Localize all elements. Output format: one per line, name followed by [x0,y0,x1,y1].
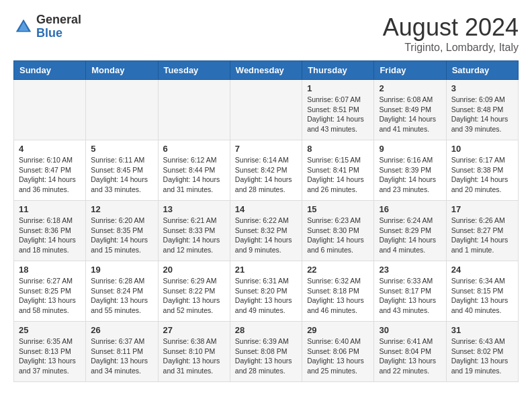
day-number: 13 [163,204,225,214]
month-title: August 2024 [383,13,519,42]
calendar-cell: 26Sunrise: 6:37 AMSunset: 8:11 PMDayligh… [86,322,158,382]
calendar-cell: 22Sunrise: 6:32 AMSunset: 8:18 PMDayligh… [302,261,374,322]
page-header: General Blue August 2024 Triginto, Lomba… [13,13,519,54]
col-friday: Friday [374,61,446,80]
calendar-cell: 28Sunrise: 6:39 AMSunset: 8:08 PMDayligh… [230,322,302,382]
calendar-cell: 20Sunrise: 6:29 AMSunset: 8:22 PMDayligh… [158,261,230,322]
day-number: 19 [91,265,152,275]
calendar-cell: 24Sunrise: 6:34 AMSunset: 8:15 PMDayligh… [446,261,518,322]
calendar-cell [158,80,230,140]
day-number: 5 [91,144,152,154]
day-info: Sunrise: 6:23 AMSunset: 8:30 PMDaylight:… [307,216,369,255]
calendar-cell: 27Sunrise: 6:38 AMSunset: 8:10 PMDayligh… [158,322,230,382]
day-number: 4 [19,144,81,154]
day-info: Sunrise: 6:21 AMSunset: 8:33 PMDaylight:… [163,216,225,255]
calendar-cell: 14Sunrise: 6:22 AMSunset: 8:32 PMDayligh… [230,201,302,261]
day-info: Sunrise: 6:35 AMSunset: 8:13 PMDaylight:… [19,336,81,376]
col-monday: Monday [86,61,158,80]
col-tuesday: Tuesday [158,61,230,80]
day-number: 22 [307,265,369,275]
day-number: 23 [379,265,441,275]
day-info: Sunrise: 6:26 AMSunset: 8:27 PMDaylight:… [451,216,513,255]
day-info: Sunrise: 6:32 AMSunset: 8:18 PMDaylight:… [307,276,369,316]
day-info: Sunrise: 6:39 AMSunset: 8:08 PMDaylight:… [235,336,297,376]
day-number: 31 [451,325,513,335]
day-info: Sunrise: 6:16 AMSunset: 8:39 PMDaylight:… [379,155,441,195]
day-number: 26 [91,325,152,335]
day-number: 8 [307,144,369,154]
day-number: 3 [451,83,513,93]
calendar-cell: 25Sunrise: 6:35 AMSunset: 8:13 PMDayligh… [14,322,86,382]
calendar-cell: 11Sunrise: 6:18 AMSunset: 8:36 PMDayligh… [14,201,86,261]
day-number: 15 [307,204,369,214]
day-info: Sunrise: 6:34 AMSunset: 8:15 PMDaylight:… [451,276,513,316]
day-number: 10 [451,144,513,154]
day-info: Sunrise: 6:20 AMSunset: 8:35 PMDaylight:… [91,216,152,255]
calendar-week-2: 4Sunrise: 6:10 AMSunset: 8:47 PMDaylight… [14,140,519,201]
calendar-cell: 2Sunrise: 6:08 AMSunset: 8:49 PMDaylight… [374,80,446,140]
calendar-week-1: 1Sunrise: 6:07 AMSunset: 8:51 PMDaylight… [14,80,519,140]
day-number: 21 [235,265,297,275]
day-info: Sunrise: 6:09 AMSunset: 8:48 PMDaylight:… [451,95,513,134]
calendar-cell: 21Sunrise: 6:31 AMSunset: 8:20 PMDayligh… [230,261,302,322]
day-info: Sunrise: 6:17 AMSunset: 8:38 PMDaylight:… [451,155,513,195]
day-info: Sunrise: 6:15 AMSunset: 8:41 PMDaylight:… [307,155,369,195]
calendar-week-3: 11Sunrise: 6:18 AMSunset: 8:36 PMDayligh… [14,201,519,261]
day-info: Sunrise: 6:08 AMSunset: 8:49 PMDaylight:… [379,95,441,134]
calendar-week-5: 25Sunrise: 6:35 AMSunset: 8:13 PMDayligh… [14,322,519,382]
calendar-cell: 23Sunrise: 6:33 AMSunset: 8:17 PMDayligh… [374,261,446,322]
day-number: 17 [451,204,513,214]
calendar-table: Sunday Monday Tuesday Wednesday Thursday… [13,60,519,382]
day-number: 28 [235,325,297,335]
day-number: 16 [379,204,441,214]
calendar-cell: 30Sunrise: 6:41 AMSunset: 8:04 PMDayligh… [374,322,446,382]
day-number: 9 [379,144,441,154]
logo-general: General [36,13,81,27]
day-number: 2 [379,83,441,93]
day-info: Sunrise: 6:38 AMSunset: 8:10 PMDaylight:… [163,336,225,376]
calendar-cell: 31Sunrise: 6:43 AMSunset: 8:02 PMDayligh… [446,322,518,382]
day-info: Sunrise: 6:31 AMSunset: 8:20 PMDaylight:… [235,276,297,316]
calendar-body: 1Sunrise: 6:07 AMSunset: 8:51 PMDaylight… [14,80,519,382]
calendar-header: Sunday Monday Tuesday Wednesday Thursday… [14,61,519,80]
day-number: 20 [163,265,225,275]
day-info: Sunrise: 6:40 AMSunset: 8:06 PMDaylight:… [307,336,369,376]
header-row: Sunday Monday Tuesday Wednesday Thursday… [14,61,519,80]
location: Triginto, Lombardy, Italy [383,42,519,54]
day-number: 30 [379,325,441,335]
calendar-cell [230,80,302,140]
day-info: Sunrise: 6:27 AMSunset: 8:25 PMDaylight:… [19,276,81,316]
day-number: 27 [163,325,225,335]
col-thursday: Thursday [302,61,374,80]
col-saturday: Saturday [446,61,518,80]
calendar-cell: 19Sunrise: 6:28 AMSunset: 8:24 PMDayligh… [86,261,158,322]
calendar-cell: 1Sunrise: 6:07 AMSunset: 8:51 PMDaylight… [302,80,374,140]
col-sunday: Sunday [14,61,86,80]
day-info: Sunrise: 6:10 AMSunset: 8:47 PMDaylight:… [19,155,81,195]
day-info: Sunrise: 6:43 AMSunset: 8:02 PMDaylight:… [451,336,513,376]
calendar-cell: 10Sunrise: 6:17 AMSunset: 8:38 PMDayligh… [446,140,518,201]
logo-blue: Blue [36,27,81,40]
calendar-cell: 8Sunrise: 6:15 AMSunset: 8:41 PMDaylight… [302,140,374,201]
day-info: Sunrise: 6:28 AMSunset: 8:24 PMDaylight:… [91,276,152,316]
day-info: Sunrise: 6:24 AMSunset: 8:29 PMDaylight:… [379,216,441,255]
calendar-cell: 6Sunrise: 6:12 AMSunset: 8:44 PMDaylight… [158,140,230,201]
logo-icon [13,17,34,37]
calendar-cell: 15Sunrise: 6:23 AMSunset: 8:30 PMDayligh… [302,201,374,261]
day-info: Sunrise: 6:18 AMSunset: 8:36 PMDaylight:… [19,216,81,255]
day-number: 25 [19,325,81,335]
calendar-cell: 17Sunrise: 6:26 AMSunset: 8:27 PMDayligh… [446,201,518,261]
day-info: Sunrise: 6:07 AMSunset: 8:51 PMDaylight:… [307,95,369,134]
day-number: 6 [163,144,225,154]
day-info: Sunrise: 6:11 AMSunset: 8:45 PMDaylight:… [91,155,152,195]
day-number: 1 [307,83,369,93]
day-number: 12 [91,204,152,214]
calendar-cell: 12Sunrise: 6:20 AMSunset: 8:35 PMDayligh… [86,201,158,261]
day-info: Sunrise: 6:41 AMSunset: 8:04 PMDaylight:… [379,336,441,376]
day-number: 18 [19,265,81,275]
day-info: Sunrise: 6:12 AMSunset: 8:44 PMDaylight:… [163,155,225,195]
day-number: 24 [451,265,513,275]
calendar-cell [86,80,158,140]
day-info: Sunrise: 6:14 AMSunset: 8:42 PMDaylight:… [235,155,297,195]
day-number: 29 [307,325,369,335]
